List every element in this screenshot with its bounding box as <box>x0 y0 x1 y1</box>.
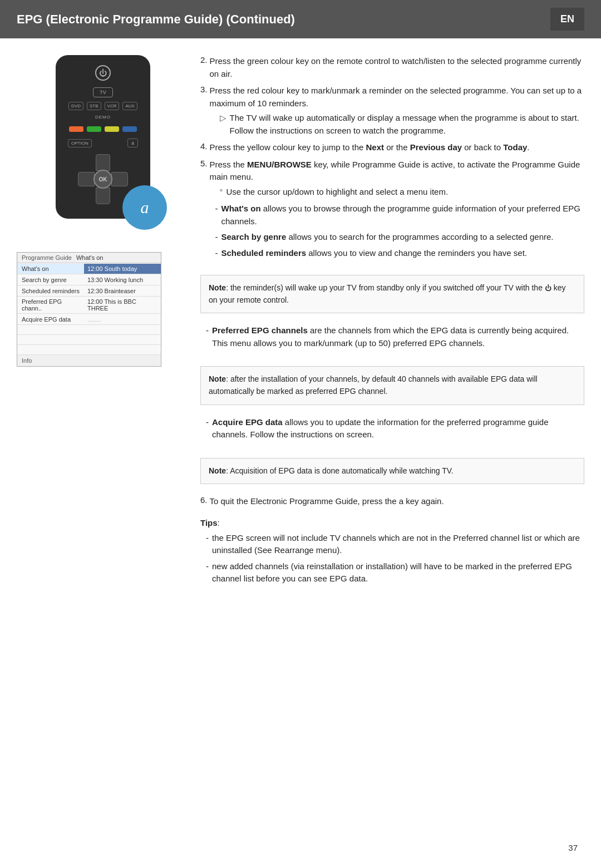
right-column: 2. Press the green colour key on the rem… <box>200 55 584 590</box>
feature-searchbygenre: - Search by genre allows you to search f… <box>215 231 584 244</box>
left-column: ⏻ TV DVD STB VCR AUX DEMO <box>17 55 189 590</box>
epg-info-label: Info <box>22 357 32 364</box>
dvd-button: DVD <box>68 102 83 110</box>
dash-3: - <box>215 247 218 260</box>
page-header: EPG (Electronic Programme Guide) (Contin… <box>0 0 601 38</box>
epg-header: Programme Guide What's on <box>17 253 161 263</box>
note-box-1: Note: the reminder(s) will wake up your … <box>200 275 584 313</box>
source-buttons: DVD STB VCR AUX <box>68 102 137 110</box>
preferred-label: Preferred EPG channels <box>212 326 308 335</box>
acquire-label: Acquire EPG data <box>212 417 283 427</box>
dpad: OK <box>78 154 128 204</box>
epg-row1-right: 12:00 South today <box>84 264 161 274</box>
next-bold: Next <box>366 142 384 152</box>
scheduledreminders-label: Scheduled reminders <box>221 248 307 258</box>
step-3: 3. Press the red colour key to mark/unma… <box>200 85 584 137</box>
acquire-item: - Acquire EPG data allows you to update … <box>206 416 584 441</box>
note-box-3: Note: Acquisition of EPG data is done au… <box>200 458 584 485</box>
option-button: OPTION <box>68 139 92 147</box>
feature-scheduledreminders: - Scheduled reminders allows you to view… <box>215 247 584 260</box>
acquire-list: - Acquire EPG data allows you to update … <box>206 416 584 441</box>
blue-button <box>122 126 137 132</box>
dash-1: - <box>215 203 218 228</box>
step-5: 5. Press the MENU/BROWSE key, while Prog… <box>200 159 584 264</box>
epg-empty-1 <box>17 325 161 335</box>
dpad-right <box>111 172 128 186</box>
dash-acquire: - <box>206 416 209 441</box>
vcr-button: VCR <box>105 102 120 110</box>
tip-2: - new added channels (via reinstallation… <box>206 560 584 585</box>
today-bold: Today <box>503 142 527 152</box>
step2-text: Press the green colour key on the remote… <box>210 55 584 80</box>
epg-row5-left: Acquire EPG data <box>17 314 84 324</box>
note1-label: Note <box>209 283 226 292</box>
language-badge: EN <box>550 8 584 31</box>
a-button: a <box>127 139 138 147</box>
tip2-text: new added channels (via reinstallation o… <box>212 560 584 585</box>
epg-row-1: What's on 12:00 South today <box>17 263 161 274</box>
tips-bold-label: Tips <box>200 518 218 527</box>
epg-screen-illustration: Programme Guide What's on What's on 12:0… <box>17 252 161 367</box>
step3-sub: ▷ The TV will wake up automatically or d… <box>220 112 584 137</box>
feature-scheduledreminders-text: Scheduled reminders allows you to view a… <box>221 247 527 260</box>
header-title: EPG (Electronic Programme Guide) (Contin… <box>17 12 295 27</box>
step3-sub-text: The TV will wake up automatically or dis… <box>230 112 584 137</box>
tip1-dash: - <box>206 532 209 557</box>
tv-label: TV <box>100 90 106 95</box>
tip1-text: the EPG screen will not include TV chann… <box>212 532 584 557</box>
step5-num: 5. <box>200 159 208 264</box>
tips-colon: : <box>218 518 220 527</box>
arrow-icon: ▷ <box>220 112 226 137</box>
epg-row-2: Search by genre 13:30 Working lunch <box>17 274 161 285</box>
step3-num: 3. <box>200 85 208 137</box>
prevday-bold: Previous day <box>410 142 462 152</box>
dpad-down <box>96 188 110 204</box>
step5-sub-text: Use the cursor up/down to highlight and … <box>226 186 449 199</box>
whatson-label: What's on <box>221 204 261 213</box>
tips-list: - the EPG screen will not include TV cha… <box>206 532 584 585</box>
red-button <box>69 126 83 132</box>
epg-row3-right: 12:30 Brainteaser <box>84 286 161 296</box>
epg-row2-left: Search by genre <box>17 275 84 285</box>
preferred-text: Preferred EPG channels are the channels … <box>212 324 584 349</box>
searchbygenre-label: Search by genre <box>221 232 287 241</box>
epg-col2-label: What's on <box>76 254 104 261</box>
preferred-epg-section: - Preferred EPG channels are the channel… <box>200 320 584 354</box>
step-4: 4. Press the yellow colour key to jump t… <box>200 141 584 154</box>
remote-illustration: ⏻ TV DVD STB VCR AUX DEMO <box>50 55 156 219</box>
epg-row2-right: 13:30 Working lunch <box>84 275 161 285</box>
note2-label: Note <box>209 374 226 383</box>
epg-row4-right: 12:00 This is BBC THREE <box>84 297 161 313</box>
step3-content: Press the red colour key to mark/unmark … <box>210 85 584 137</box>
step2-num: 2. <box>200 55 208 80</box>
dpad-up <box>96 154 110 171</box>
feature-whatson: - What's on allows you to browse through… <box>215 203 584 228</box>
tip2-dash: - <box>206 560 209 585</box>
dpad-left <box>78 172 95 186</box>
note3-text: Note: Acquisition of EPG data is done au… <box>209 466 454 475</box>
epg-footer: Info <box>17 355 161 366</box>
tips-label: Tips: <box>200 518 584 527</box>
option-row: OPTION a <box>63 139 142 147</box>
step5-sub: ° Use the cursor up/down to highlight an… <box>220 186 584 199</box>
note1-text: Note: the reminder(s) will wake up your … <box>209 283 566 304</box>
epg-row-5: Acquire EPG data ........ <box>17 314 161 325</box>
step3-text: Press the red colour key to mark/unmark … <box>210 86 582 108</box>
feature-whatson-text: What's on allows you to browse through t… <box>221 203 584 228</box>
tip-1: - the EPG screen will not include TV cha… <box>206 532 584 557</box>
step4-text: Press the yellow colour key to jump to t… <box>210 141 584 154</box>
step-2: 2. Press the green colour key on the rem… <box>200 55 584 80</box>
preferred-list: - Preferred EPG channels are the channel… <box>206 324 584 349</box>
epg-row4-left: Preferred EPG chann.. <box>17 297 84 313</box>
dash-preferred: - <box>206 324 209 349</box>
note2-text: Note: after the installation of your cha… <box>209 374 538 396</box>
ok-button: OK <box>93 170 112 189</box>
power-symbol: ⏻ <box>545 284 551 292</box>
aux-button: AUX <box>122 102 137 110</box>
feature-searchbygenre-text: Search by genre allows you to search for… <box>221 231 554 244</box>
note-box-2: Note: after the installation of your cha… <box>200 366 584 405</box>
page-number: 37 <box>568 843 578 852</box>
preferred-item: - Preferred EPG channels are the channel… <box>206 324 584 349</box>
note3-label: Note <box>209 466 226 475</box>
acquire-text: Acquire EPG data allows you to update th… <box>212 416 584 441</box>
